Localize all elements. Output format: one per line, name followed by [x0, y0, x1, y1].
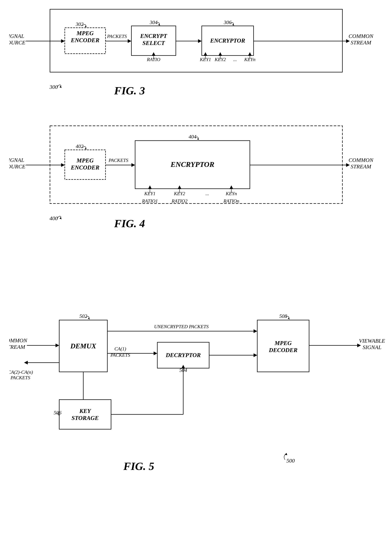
- svg-text:PACKETS: PACKETS: [108, 158, 128, 163]
- svg-text:508: 508: [279, 313, 287, 319]
- svg-text:STREAM: STREAM: [350, 163, 372, 169]
- svg-text:400: 400: [50, 215, 58, 221]
- svg-text:...: ...: [233, 57, 237, 62]
- svg-text:CA(2)-CA(n): CA(2)-CA(n): [9, 369, 33, 375]
- svg-text:MPEG: MPEG: [275, 340, 292, 346]
- figure-5-diagram: COMMON STREAM 502 DEMUX UNENCRYPTED PACK…: [9, 274, 389, 524]
- svg-text:306: 306: [224, 19, 232, 25]
- svg-text:COMMON: COMMON: [349, 157, 373, 163]
- svg-text:506: 506: [54, 410, 61, 416]
- svg-marker-100: [288, 317, 290, 319]
- svg-text:ENCRYPTOR: ENCRYPTOR: [210, 37, 245, 44]
- svg-text:PACKETS: PACKETS: [110, 352, 130, 358]
- figure-3-diagram: SIGNAL SOURCE 302 MPEG ENCODER PACKETS 3…: [9, 5, 379, 113]
- svg-text:404: 404: [189, 134, 196, 139]
- svg-text:304: 304: [149, 19, 158, 25]
- svg-text:SIGNAL: SIGNAL: [9, 157, 24, 163]
- svg-text:300: 300: [49, 84, 58, 90]
- svg-text:STORAGE: STORAGE: [71, 415, 99, 421]
- svg-text:COMMON: COMMON: [9, 337, 28, 343]
- svg-text:MPEG: MPEG: [76, 157, 94, 164]
- svg-text:...: ...: [205, 191, 209, 196]
- svg-text:UNENCRYPTED PACKETS: UNENCRYPTED PACKETS: [154, 324, 209, 329]
- fig3-label: FIG. 3: [114, 84, 145, 97]
- svg-text:ENCRYPTOR: ENCRYPTOR: [170, 160, 214, 169]
- svg-marker-104: [357, 343, 361, 347]
- svg-text:ENCODER: ENCODER: [71, 37, 100, 43]
- svg-marker-37: [346, 39, 350, 43]
- svg-text:402: 402: [76, 143, 84, 149]
- signal-source-label-3: SIGNAL: [9, 33, 24, 39]
- svg-marker-108: [24, 361, 28, 364]
- svg-text:SOURCE: SOURCE: [9, 39, 26, 46]
- svg-marker-87: [254, 329, 257, 333]
- svg-text:COMMON: COMMON: [349, 33, 373, 39]
- svg-text:ENCRYPT: ENCRYPT: [140, 32, 167, 39]
- svg-text:KEY: KEY: [79, 408, 91, 414]
- svg-text:500: 500: [286, 458, 295, 464]
- svg-marker-77: [60, 217, 62, 219]
- svg-text:STREAM: STREAM: [350, 39, 372, 46]
- svg-marker-90: [154, 352, 157, 355]
- svg-text:VIEWABLE: VIEWABLE: [359, 338, 385, 344]
- svg-marker-41: [60, 86, 62, 88]
- svg-text:RATIOn: RATIOn: [223, 198, 239, 204]
- svg-marker-121: [285, 453, 287, 455]
- svg-text:502: 502: [79, 313, 87, 319]
- svg-marker-73: [346, 163, 350, 167]
- svg-text:RATIO2: RATIO2: [171, 198, 187, 204]
- svg-text:DECODER: DECODER: [269, 347, 298, 353]
- svg-marker-84: [88, 317, 90, 319]
- fig4-label: FIG. 4: [114, 217, 145, 230]
- svg-text:SIGNAL: SIGNAL: [363, 344, 382, 350]
- svg-text:DEMUX: DEMUX: [70, 342, 96, 350]
- svg-text:MPEG: MPEG: [76, 30, 94, 37]
- svg-text:ENCODER: ENCODER: [71, 164, 100, 171]
- svg-text:SELECT: SELECT: [143, 40, 165, 46]
- svg-text:PACKETS: PACKETS: [10, 375, 30, 380]
- svg-text:SOURCE: SOURCE: [9, 163, 26, 169]
- svg-text:RATIO1: RATIO1: [142, 198, 158, 204]
- fig5-label: FIG. 5: [123, 460, 154, 472]
- svg-text:CA(1): CA(1): [114, 346, 126, 352]
- svg-rect-111: [59, 400, 111, 429]
- svg-text:DECRYPTOR: DECRYPTOR: [165, 352, 201, 358]
- svg-text:302: 302: [75, 21, 84, 27]
- svg-text:PACKETS: PACKETS: [107, 34, 127, 39]
- figure-4-diagram: SIGNAL SOURCE 402 MPEG ENCODER PACKETS 4…: [9, 122, 379, 237]
- svg-marker-81: [56, 343, 59, 347]
- svg-text:STREAM: STREAM: [9, 344, 26, 350]
- svg-marker-97: [254, 353, 257, 357]
